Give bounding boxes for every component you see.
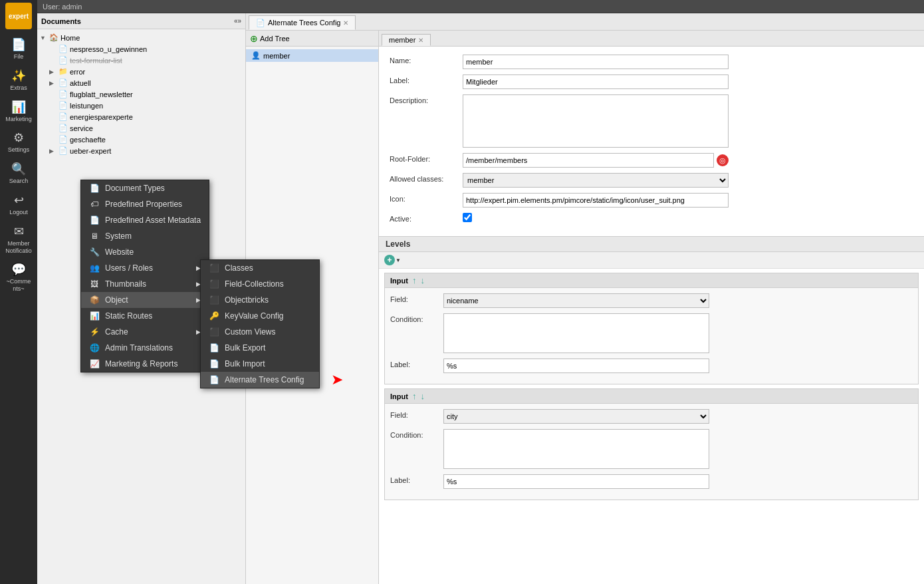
submenu-label-alternate-trees: Alternate Trees Config [225,375,304,384]
input-1-field-row: Field: nicename [390,293,913,308]
input-2-down-button[interactable]: ↓ [420,391,425,401]
alt-tree-item-member[interactable]: 👤 member [246,49,378,62]
predefined-asset-icon: 📄 [89,216,100,225]
add-level-dropdown: ▼ [396,257,401,263]
submenu-item-custom-views[interactable]: ⬛ Custom Views [201,324,319,340]
tree-item-geschaefte[interactable]: 📄 geschaefte [47,134,245,145]
add-tree-button[interactable]: ⊕ Add Tree [250,33,290,44]
submenu-item-bulk-import[interactable]: 📄 Bulk Import [201,356,319,372]
add-level-button[interactable]: + ▼ [384,255,401,265]
sidebar-item-extras[interactable]: ✨ Extras [3,65,35,96]
menu-item-predefined-props[interactable]: 🏷 Predefined Properties [81,196,209,212]
sidebar-label-file: File [14,53,24,61]
input-1-form: Field: nicename Condition: [385,288,918,384]
app-logo: expert [5,3,32,29]
input-section-1-label: Input [390,277,408,285]
input-2-condition-textarea[interactable] [443,429,709,469]
input-1-field-select[interactable]: nicename [443,293,709,308]
allowed-classes-select[interactable]: member [463,173,729,188]
menu-item-static-routes[interactable]: 📊 Static Routes [81,308,209,324]
sidebar-label-logout: Logout [9,209,28,216]
submenu-item-field-collections[interactable]: ⬛ Field-Collections [201,276,319,292]
classes-icon: ⬛ [209,263,219,273]
menu-label-website: Website [105,247,134,257]
sidebar-item-search[interactable]: 🔍 Search [3,158,35,189]
input-2-up-button[interactable]: ↑ [412,391,417,401]
sidebar-item-member[interactable]: ✉ Member Notificatio [3,220,35,259]
tree-item-test-formular[interactable]: 📄 test-formular-list [47,55,245,66]
input-1-field-label: Field: [390,293,443,303]
input-1-condition-textarea[interactable] [443,313,709,353]
alt-tree-member-label: member [263,52,290,60]
root-folder-input[interactable] [463,153,714,168]
name-input[interactable] [463,55,729,69]
close-member-tab[interactable]: ✕ [418,37,423,44]
sidebar-label-member: Member Notificatio [4,240,33,255]
submenu-item-alternate-trees[interactable]: 📄 Alternate Trees Config ➤ [201,372,319,388]
form-row-root-folder: Root-Folder: ◎ [390,153,913,168]
input-1-down-button[interactable]: ↓ [420,275,425,285]
tree-item-flugblatt[interactable]: 📄 flugblatt_newsletter [47,88,245,100]
menu-item-marketing-reports[interactable]: 📈 Marketing & Reports [81,356,209,372]
menu-item-admin-translations[interactable]: 🌐 Admin Translations [81,340,209,356]
sidebar-label-extras: Extras [10,84,27,92]
icon-input[interactable] [463,193,729,208]
sidebar-item-file[interactable]: 📄 File [3,33,35,65]
tree-item-service[interactable]: 📄 service [47,122,245,134]
form-row-allowed-classes: Allowed classes: member [390,173,913,188]
tree-item-home[interactable]: ▼ 🏠 Home [37,32,245,43]
levels-section-header: Levels [379,236,924,252]
root-folder-target-button[interactable]: ◎ [717,154,729,166]
submenu-item-bulk-export[interactable]: 📄 Bulk Export [201,340,319,356]
sidebar-item-comments[interactable]: 💬 ~Comme nts~ [3,258,35,297]
panels-area: Documents «» ▼ 🏠 Home 📄 nespresso_ [37,13,924,584]
tree-item-aktuell[interactable]: ▶ 📄 aktuell [47,77,245,88]
sidebar-label-marketing: Marketing [5,116,32,123]
tree-item-energiespar[interactable]: 📄 energiesparexperte [47,111,245,122]
menu-item-document-types[interactable]: 📄 Document Types [81,180,209,196]
menu-item-predefined-asset[interactable]: 📄 Predefined Asset Metadata [81,212,209,228]
menu-item-users-roles[interactable]: 👥 Users / Roles ▶ [81,260,209,276]
menu-item-thumbnails[interactable]: 🖼 Thumbnails ▶ [81,276,209,292]
input-1-up-button[interactable]: ↑ [412,275,417,285]
form-row-icon: Icon: [390,193,913,208]
thumbnails-icon: 🖼 [89,279,100,289]
tree-item-nespresso[interactable]: 📄 nespresso_u_gewinnen [47,43,245,55]
submenu-item-keyvalue[interactable]: 🔑 KeyValue Config [201,308,319,324]
tree-item-error[interactable]: ▶ 📁 error [47,66,245,77]
submenu-item-classes[interactable]: ⬛ Classes [201,260,319,276]
static-routes-icon: 📊 [89,311,100,321]
member-tab[interactable]: member ✕ [382,34,431,46]
tree-item-leistungen[interactable]: 📄 leistungen [47,100,245,111]
active-checkbox[interactable] [463,213,472,222]
menu-item-website[interactable]: 🔧 Website [81,244,209,260]
sidebar-item-marketing[interactable]: 📊 Marketing [3,96,35,127]
alternate-trees-icon: 📄 [209,375,219,384]
menu-label-users-roles: Users / Roles [105,263,153,273]
tree-item-ueber[interactable]: ▶ 📄 ueber-expert [47,145,245,156]
menu-item-object[interactable]: 📦 Object ▶ [81,292,209,308]
menu-item-system[interactable]: 🖥 System [81,228,209,244]
error-icon: 📁 [58,67,68,76]
tab-alternate-trees[interactable]: 📄 Alternate Trees Config ✕ [249,15,356,30]
sidebar-item-settings[interactable]: ⚙ Settings [3,126,35,158]
custom-views-icon: ⬛ [209,327,219,337]
menu-item-cache[interactable]: ⚡ Cache ▶ [81,324,209,340]
description-textarea[interactable] [463,94,729,148]
tree-label-test: test-formular-list [70,57,122,65]
submenu-label-bulk-import: Bulk Import [225,359,265,368]
menu-label-admin-translations: Admin Translations [105,343,173,353]
close-tab-alt-trees[interactable]: ✕ [343,19,348,27]
bulk-import-icon: 📄 [209,359,219,368]
input-2-label-input[interactable] [443,474,709,489]
file-icon: 📄 [11,37,26,52]
description-label: Description: [390,94,463,104]
member-form: Name: Label: Description: [379,47,924,236]
object-icon: 📦 [89,295,100,305]
collapse-tree-button[interactable]: «» [234,17,241,25]
submenu-item-objectbricks[interactable]: ⬛ Objectbricks [201,292,319,308]
input-1-label-input[interactable] [443,359,709,373]
input-2-field-select[interactable]: city [443,409,709,424]
label-input[interactable] [463,74,729,89]
sidebar-item-logout[interactable]: ↩ Logout [3,189,35,220]
